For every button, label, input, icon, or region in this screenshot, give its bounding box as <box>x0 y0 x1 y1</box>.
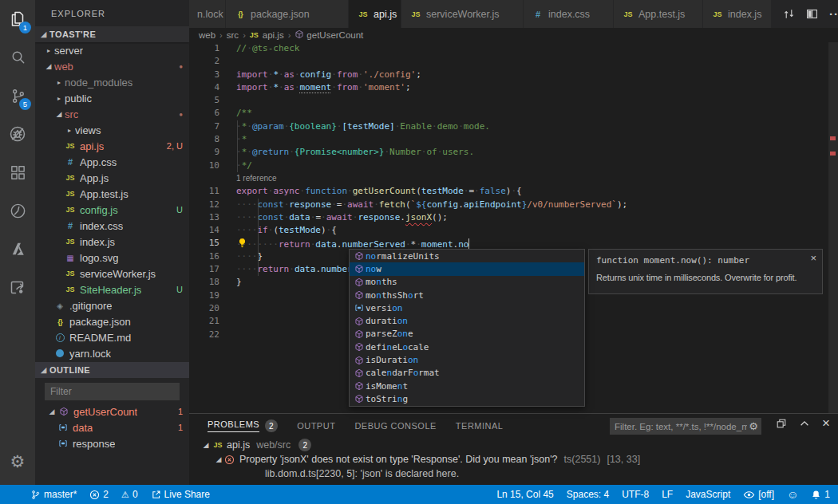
problems-file-row[interactable]: ◢JS api.jsweb/src 2 <box>189 438 838 452</box>
suggestion-isDuration[interactable]: isDuration <box>350 353 584 366</box>
codelens-references[interactable]: 1 reference <box>189 172 838 185</box>
tree-item-public[interactable]: ▸public <box>35 90 189 106</box>
close-panel-icon[interactable]: × <box>822 418 830 429</box>
tab-n.lock[interactable]: n.lock <box>189 0 226 28</box>
tree-item-web[interactable]: ◢web ● <box>35 58 189 74</box>
activity-source-control[interactable]: 5 <box>0 77 35 115</box>
panel-tab-debug-console[interactable]: DEBUG CONSOLE <box>354 414 436 438</box>
tree-item-package.json[interactable]: {}package.json <box>35 313 189 329</box>
breadcrumb-item-getUserCount[interactable]: getUserCount <box>294 30 363 41</box>
suggestion-now[interactable]: now <box>350 262 584 275</box>
tree-item-App.css[interactable]: #App.css <box>35 154 189 170</box>
tab-api.js[interactable]: JSapi.js ● <box>349 0 401 28</box>
suggestion-monthsShort[interactable]: monthsShort <box>350 289 584 301</box>
tree-item-index.css[interactable]: #index.css <box>35 218 189 234</box>
tab-App.test.js[interactable]: JSApp.test.js <box>614 0 703 28</box>
overview-ruler[interactable] <box>828 42 838 413</box>
activity-explorer[interactable]: 1 <box>0 0 35 38</box>
symbol-method-icon <box>352 381 366 391</box>
breadcrumb[interactable]: web›src›JSapi.js›getUserCount <box>189 28 838 42</box>
tab-index.js[interactable]: JSindex.js <box>703 0 772 28</box>
code-line-5: 5 <box>189 94 838 107</box>
status-encoding[interactable]: UTF-8 <box>622 489 649 500</box>
status-git-branch[interactable]: master* <box>30 489 77 500</box>
status-screencast-mode[interactable]: [off] <box>743 489 774 501</box>
tree-item-views[interactable]: ▸views <box>35 122 189 138</box>
tree-item-config.js[interactable]: JSconfig.js U <box>35 202 189 218</box>
chevron-down-icon: ◢ <box>43 62 54 70</box>
problems-related-row[interactable]: lib.dom.d.ts[2230, 5]: 'json' is declare… <box>189 467 838 481</box>
filter-gear-icon[interactable]: ⚙ <box>749 420 761 432</box>
problems-error-row[interactable]: ◢ Property 'jsonX' does not exist on typ… <box>189 452 838 467</box>
tree-item-server[interactable]: ▸server <box>35 42 189 58</box>
problems-list: ◢JS api.jsweb/src 2 ◢ Property 'jsonX' d… <box>189 438 838 481</box>
suggestion-toString[interactable]: toString <box>350 392 584 405</box>
activity-live-share[interactable] <box>0 268 35 306</box>
status-errors[interactable]: 2 <box>89 489 109 500</box>
outline-filter-input[interactable] <box>45 383 180 400</box>
panel-tab-terminal[interactable]: TERMINAL <box>456 414 504 438</box>
tree-item-getUserCount[interactable]: ◢getUserCount 1 <box>35 404 189 419</box>
tree-item-README.md[interactable]: iREADME.md <box>35 329 189 345</box>
status-language-mode[interactable]: JavaScript <box>686 489 730 500</box>
tree-item-data[interactable]: data 1 <box>35 419 189 435</box>
status-warnings[interactable]: ⚠0 <box>121 489 138 500</box>
tree-item-logo.svg[interactable]: ▦logo.svg <box>35 250 189 266</box>
tree-item-nodemodules[interactable]: ▸node_modules <box>35 74 189 90</box>
problems-filter-input[interactable] <box>610 422 749 431</box>
tree-item-.gitignore[interactable]: ◈.gitignore <box>35 297 189 313</box>
chevron-down-icon: ◢ <box>200 441 211 449</box>
sidebar: EXPLORER ◢ TOAST'RE ▸server ◢web ● ▸node… <box>35 0 189 485</box>
chevron-down-icon: ◢ <box>38 30 49 38</box>
suggestion-duration[interactable]: duration <box>350 314 584 327</box>
more-actions-icon[interactable]: ··· <box>829 10 838 18</box>
suggestion-version[interactable]: version <box>350 301 584 314</box>
suggestion-months[interactable]: months <box>350 276 584 289</box>
suggestion-defineLocale[interactable]: defineLocale <box>350 341 584 353</box>
activity-extensions[interactable] <box>0 153 35 191</box>
tab-package.json[interactable]: {}package.json <box>226 0 349 28</box>
status-notifications[interactable]: 1 <box>811 489 830 500</box>
activity-debug[interactable] <box>0 115 35 153</box>
panel-tab-problems[interactable]: PROBLEMS 2 <box>208 414 278 438</box>
tree-item-App.js[interactable]: JSApp.js <box>35 170 189 186</box>
tree-item-SiteHeader.js[interactable]: JSSiteHeader.js U <box>35 282 189 297</box>
outline-section-header[interactable]: ◢ OUTLINE <box>35 362 189 378</box>
breadcrumb-item-src[interactable]: src <box>227 30 239 40</box>
suggestion-normalizeUnits[interactable]: normalizeUnits <box>350 250 584 262</box>
activity-search[interactable] <box>0 38 35 77</box>
status-feedback[interactable]: ☺ <box>787 489 798 500</box>
activity-gauge[interactable] <box>0 191 35 230</box>
split-editor-icon[interactable] <box>806 8 818 20</box>
code-line-4: 4 import·*·as·moment·from·'moment'; <box>189 81 838 94</box>
breadcrumb-item-web[interactable]: web <box>199 30 215 40</box>
breadcrumb-item-api.js[interactable]: JSapi.js <box>250 30 284 40</box>
close-icon[interactable]: × <box>810 252 816 264</box>
tree-item-src[interactable]: ◢src ● <box>35 106 189 122</box>
activity-settings[interactable]: ⚙ <box>0 442 35 480</box>
tree-item-response[interactable]: response <box>35 435 189 451</box>
tree-item-serviceWorker.js[interactable]: JSserviceWorker.js <box>35 266 189 282</box>
tree-item-App.test.js[interactable]: JSApp.test.js <box>35 186 189 202</box>
panel-tab-output[interactable]: OUTPUT <box>297 414 335 438</box>
maximize-panel-icon[interactable] <box>799 418 810 429</box>
suggestion-calendarFormat[interactable]: calendarFormat <box>350 367 584 380</box>
chevron-down-icon: ◢ <box>213 455 224 463</box>
status-cursor-position[interactable]: Ln 15, Col 45 <box>496 489 553 500</box>
status-eol[interactable]: LF <box>662 489 673 500</box>
breadcrumb-separator: › <box>219 30 223 40</box>
suggestion-parseZone[interactable]: parseZone <box>350 328 584 341</box>
tree-item-yarn.lock[interactable]: yarn.lock <box>35 345 189 361</box>
tab-index.css[interactable]: #index.css <box>524 0 614 28</box>
modified-dot-icon: ● <box>179 63 183 70</box>
tab-serviceWorker.js[interactable]: JSserviceWorker.js <box>401 0 524 28</box>
explorer-section-header[interactable]: ◢ TOAST'RE <box>35 26 189 42</box>
open-changes-icon[interactable] <box>783 8 795 20</box>
status-live-share[interactable]: Live Share <box>151 489 210 500</box>
status-indentation[interactable]: Spaces: 4 <box>567 489 609 500</box>
activity-azure[interactable] <box>0 230 35 268</box>
suggestion-isMoment[interactable]: isMoment <box>350 380 584 392</box>
tree-item-index.js[interactable]: JSindex.js <box>35 234 189 250</box>
tree-item-api.js[interactable]: JSapi.js 2, U <box>35 138 189 154</box>
restore-panel-icon[interactable] <box>776 418 787 429</box>
